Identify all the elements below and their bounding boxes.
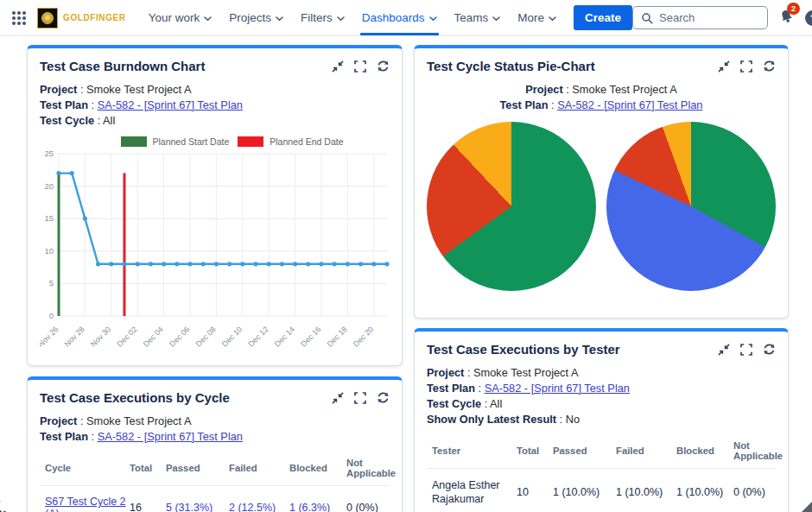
svg-text:0: 0 — [49, 311, 54, 320]
nav-item-projects[interactable]: Projects — [220, 0, 292, 35]
panel-actions — [332, 60, 390, 73]
table-cell: Angela Esther Rajakumar — [427, 478, 513, 506]
meta-label: Test Plan — [40, 430, 88, 443]
nav-item-label: Dashboards — [362, 11, 425, 24]
burndown-meta: Project : Smoke Test Project ATest Plan … — [40, 82, 390, 129]
corner-artifact — [802, 502, 812, 512]
meta-value: All — [103, 114, 115, 127]
meta-line: Test Cycle : All — [40, 113, 390, 129]
refresh-icon[interactable] — [377, 60, 390, 73]
column-header: Cycle — [40, 463, 126, 473]
collapse-icon[interactable] — [718, 344, 730, 356]
collapse-icon[interactable] — [332, 392, 344, 404]
fullscreen-icon[interactable] — [354, 60, 366, 73]
meta-value: Smoke Test Project A — [572, 83, 676, 96]
chevron-down-icon — [276, 16, 283, 22]
nav-item-dashboards[interactable]: Dashboards — [353, 0, 446, 35]
test-plan-link[interactable]: SA-582 - [Sprint 67] Test Plan — [98, 98, 243, 111]
executions-by-cycle-table: CycleTotalPassedFailedBlockedNot Applica… — [40, 450, 390, 512]
svg-text:Dec 08: Dec 08 — [194, 325, 218, 348]
nav-item-your-work[interactable]: Your work — [140, 0, 221, 35]
svg-text:20: 20 — [44, 181, 54, 191]
table-cell-link[interactable]: 2 (12.5%) — [229, 502, 286, 512]
panel-title: Test Case Burndown Chart — [40, 59, 205, 73]
meta-label: Project — [40, 83, 77, 96]
column-header: Total — [130, 463, 162, 473]
meta-value: Smoke Test Project A — [86, 414, 191, 427]
nav-item-label: Teams — [454, 11, 489, 24]
table-cell: 1 (10.0%) — [553, 485, 612, 499]
table-cell: 1 (10.0%) — [616, 485, 673, 499]
chevron-down-icon — [549, 16, 556, 22]
executions-by-tester-table: TesterTotalPassedFailedBlockedNot Applic… — [427, 433, 776, 512]
table-cell: 1 (10.0%) — [676, 485, 730, 499]
pie-charts — [427, 122, 776, 291]
collapse-icon[interactable] — [718, 60, 730, 73]
chevron-down-icon — [204, 16, 212, 22]
collapse-icon[interactable] — [332, 60, 344, 73]
nav-item-teams[interactable]: Teams — [446, 0, 510, 35]
panel-title: Test Case Executions by Tester — [427, 342, 620, 357]
logo-emblem-icon — [37, 8, 58, 28]
table-cell-link[interactable]: S67 Test Cycle 2 (A) — [40, 496, 126, 512]
column-header: Blocked — [676, 446, 730, 456]
svg-text:Dec 12: Dec 12 — [246, 325, 270, 348]
svg-text:Nov 26: Nov 26 — [40, 325, 60, 348]
legend-label: Planned Start Date — [153, 136, 230, 147]
meta-line: Test Plan : SA-582 - [Sprint 67] Test Pl… — [40, 429, 390, 445]
meta-label: Project — [525, 83, 562, 96]
goldfinger-logo[interactable]: GOLDFINGER — [37, 8, 126, 28]
column-header: Passed — [553, 446, 612, 456]
meta-label: Project — [427, 366, 464, 379]
notifications-button[interactable]: 2 — [779, 9, 794, 28]
nav-right-group: 2 ? ⚙ — [632, 6, 812, 29]
fullscreen-icon[interactable] — [740, 60, 752, 73]
tester-meta: Project : Smoke Test Project ATest Plan … — [427, 365, 776, 427]
panel-cycle-status-pie: Test Cycle Status Pie-Chart — [414, 45, 789, 319]
meta-label: Test Plan — [427, 382, 475, 395]
search-input[interactable] — [659, 11, 754, 24]
column-header: Total — [517, 446, 549, 456]
cursor-artifact — [0, 497, 9, 512]
svg-text:Dec 06: Dec 06 — [168, 325, 191, 348]
pie-meta: Project : Smoke Test Project ATest Plan … — [427, 82, 776, 113]
search-box[interactable] — [632, 6, 768, 29]
fullscreen-icon[interactable] — [354, 392, 366, 404]
panel-title: Test Case Executions by Cycle — [40, 390, 230, 405]
meta-label: Test Plan — [40, 98, 88, 111]
app-switcher-icon[interactable] — [12, 11, 26, 25]
panel-actions — [718, 60, 776, 73]
meta-line: Project : Smoke Test Project A — [427, 82, 776, 98]
fullscreen-icon[interactable] — [740, 344, 752, 356]
test-plan-link[interactable]: SA-582 - [Sprint 67] Test Plan — [557, 98, 702, 111]
legend-swatch — [121, 136, 147, 147]
test-plan-link[interactable]: SA-582 - [Sprint 67] Test Plan — [98, 430, 243, 443]
refresh-icon[interactable] — [763, 60, 776, 73]
help-icon[interactable]: ? — [805, 10, 812, 26]
test-plan-link[interactable]: SA-582 - [Sprint 67] Test Plan — [485, 382, 630, 395]
table-cell-link[interactable]: 1 (6.3%) — [289, 502, 343, 512]
nav-item-filters[interactable]: Filters — [292, 0, 353, 35]
refresh-icon[interactable] — [377, 391, 390, 404]
column-header: Failed — [616, 446, 673, 456]
create-button[interactable]: Create — [574, 5, 632, 30]
svg-text:Dec 16: Dec 16 — [299, 325, 322, 348]
notification-badge: 2 — [787, 3, 800, 15]
svg-text:25: 25 — [44, 149, 54, 158]
table-header-row: TesterTotalPassedFailedBlockedNot Applic… — [427, 433, 776, 469]
meta-line: Project : Smoke Test Project A — [40, 414, 390, 429]
table-cell-link[interactable]: 5 (31.3%) — [166, 502, 225, 512]
svg-text:Nov 30: Nov 30 — [89, 325, 112, 348]
svg-text:15: 15 — [44, 213, 54, 223]
meta-value: All — [490, 397, 502, 410]
cycle-row: S67 Test Cycle 2 (A)165 (31.3%)2 (12.5%)… — [40, 486, 390, 512]
panel-executions-by-cycle: Test Case Executions by Cycle — [27, 376, 403, 512]
table-cell: 10 — [517, 485, 549, 499]
refresh-icon[interactable] — [763, 343, 776, 356]
column-header: Passed — [166, 463, 225, 473]
meta-label: Test Cycle — [427, 397, 481, 410]
table-cell: 0 (0%) — [346, 501, 390, 512]
column-header: Tester — [427, 446, 513, 456]
legend-item: Planned End Date — [238, 136, 343, 147]
nav-item-more[interactable]: More — [509, 0, 565, 35]
